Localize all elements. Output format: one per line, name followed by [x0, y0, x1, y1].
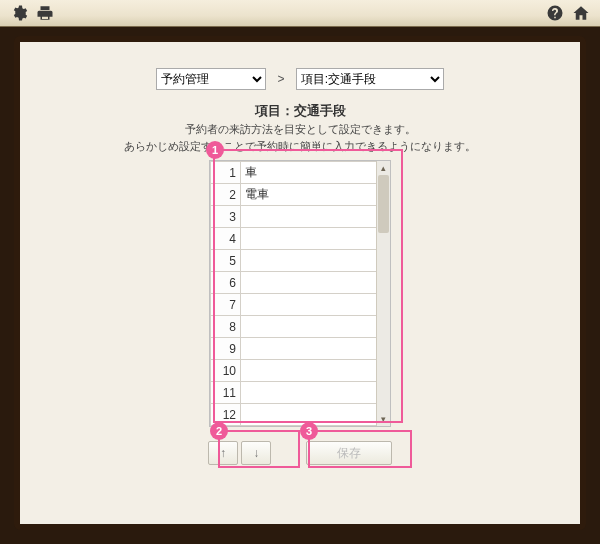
help-icon[interactable]	[545, 3, 565, 23]
row-value[interactable]	[241, 426, 377, 427]
row-number: 9	[211, 338, 241, 360]
button-row: ↑ ↓ 保存	[180, 441, 420, 475]
table-row[interactable]: 10	[211, 360, 377, 382]
breadcrumb-separator: >	[277, 72, 284, 86]
row-number: 3	[211, 206, 241, 228]
home-icon[interactable]	[571, 3, 591, 23]
row-value[interactable]	[241, 250, 377, 272]
item-list: 1車2電車345678910111213 ▴ ▾	[209, 160, 391, 427]
item-select[interactable]: 項目:交通手段	[296, 68, 444, 90]
scroll-down-button[interactable]: ▾	[377, 412, 390, 426]
description-line2: あらかじめ設定することで予約時に簡単に入力できるようになります。	[50, 139, 550, 154]
row-number: 13	[211, 426, 241, 427]
row-number: 10	[211, 360, 241, 382]
breadcrumb-selects: 予約管理 > 項目:交通手段	[50, 68, 550, 90]
row-value[interactable]	[241, 206, 377, 228]
printer-icon[interactable]	[35, 3, 55, 23]
table-row[interactable]: 2電車	[211, 184, 377, 206]
table-row[interactable]: 8	[211, 316, 377, 338]
row-number: 7	[211, 294, 241, 316]
table-row[interactable]: 4	[211, 228, 377, 250]
move-down-button[interactable]: ↓	[241, 441, 271, 465]
page-title: 項目：交通手段	[50, 102, 550, 120]
row-number: 12	[211, 404, 241, 426]
table-row[interactable]: 5	[211, 250, 377, 272]
table-row[interactable]: 12	[211, 404, 377, 426]
table-row[interactable]: 6	[211, 272, 377, 294]
item-table[interactable]: 1車2電車345678910111213	[210, 161, 377, 426]
row-value[interactable]: 電車	[241, 184, 377, 206]
row-number: 1	[211, 162, 241, 184]
description-line1: 予約者の来訪方法を目安として設定できます。	[50, 122, 550, 137]
table-row[interactable]: 1車	[211, 162, 377, 184]
row-number: 4	[211, 228, 241, 250]
scroll-thumb[interactable]	[378, 175, 389, 233]
table-row[interactable]: 7	[211, 294, 377, 316]
row-value[interactable]	[241, 316, 377, 338]
row-number: 5	[211, 250, 241, 272]
table-row[interactable]: 9	[211, 338, 377, 360]
row-value[interactable]	[241, 294, 377, 316]
save-button[interactable]: 保存	[306, 441, 392, 465]
gear-icon[interactable]	[9, 3, 29, 23]
row-value[interactable]: 車	[241, 162, 377, 184]
scroll-up-button[interactable]: ▴	[377, 161, 390, 175]
row-number: 11	[211, 382, 241, 404]
row-value[interactable]	[241, 338, 377, 360]
main-frame: 予約管理 > 項目:交通手段 項目：交通手段 予約者の来訪方法を目安として設定で…	[14, 36, 586, 530]
table-row[interactable]: 13	[211, 426, 377, 427]
row-number: 6	[211, 272, 241, 294]
row-value[interactable]	[241, 404, 377, 426]
table-row[interactable]: 3	[211, 206, 377, 228]
row-value[interactable]	[241, 360, 377, 382]
category-select[interactable]: 予約管理	[156, 68, 266, 90]
move-up-button[interactable]: ↑	[208, 441, 238, 465]
row-value[interactable]	[241, 272, 377, 294]
row-number: 2	[211, 184, 241, 206]
table-row[interactable]: 11	[211, 382, 377, 404]
row-value[interactable]	[241, 382, 377, 404]
row-value[interactable]	[241, 228, 377, 250]
scrollbar[interactable]: ▴ ▾	[376, 161, 390, 426]
row-number: 8	[211, 316, 241, 338]
title-bar	[0, 0, 600, 27]
